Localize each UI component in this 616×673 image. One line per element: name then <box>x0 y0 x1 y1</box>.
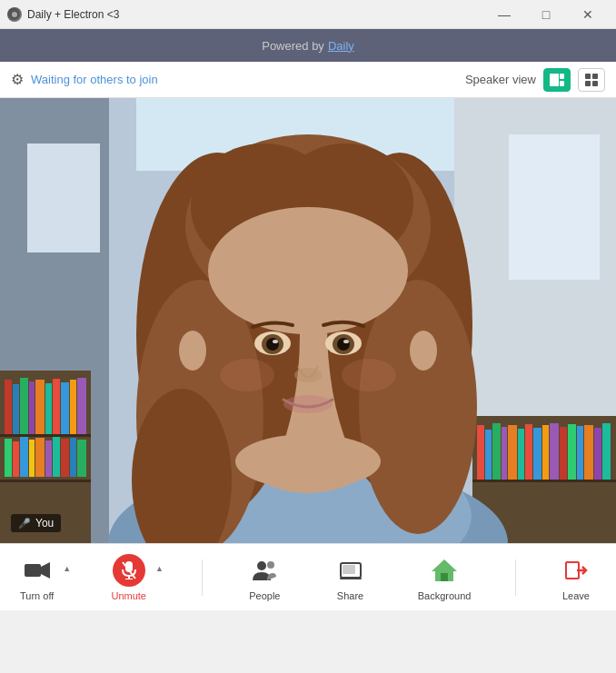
speaker-view-label: Speaker view <box>465 73 536 86</box>
svg-rect-23 <box>0 434 91 437</box>
window-title: Daily + Electron <3 <box>27 8 119 21</box>
svg-point-85 <box>235 434 381 489</box>
svg-rect-95 <box>343 565 355 574</box>
svg-rect-34 <box>77 440 86 477</box>
svg-rect-24 <box>0 480 91 482</box>
svg-rect-38 <box>509 134 600 280</box>
svg-rect-41 <box>485 430 492 480</box>
svg-point-92 <box>257 561 266 570</box>
svg-point-1 <box>12 12 17 17</box>
svg-rect-52 <box>577 426 583 480</box>
settings-icon[interactable]: ⚙ <box>11 71 24 88</box>
svg-rect-40 <box>477 425 484 480</box>
svg-rect-43 <box>502 427 507 480</box>
title-bar-left: Daily + Electron <3 <box>7 7 119 22</box>
svg-rect-48 <box>542 425 549 480</box>
svg-rect-56 <box>472 480 616 482</box>
people-icon <box>248 554 281 587</box>
background-icon <box>428 554 461 587</box>
svg-rect-19 <box>53 379 60 434</box>
camera-label: Turn off <box>20 590 54 601</box>
svg-rect-44 <box>508 425 517 480</box>
waiting-text-part2: for others to join <box>73 73 157 86</box>
svg-rect-90 <box>125 579 133 579</box>
daily-link[interactable]: Daily <box>328 39 354 53</box>
svg-rect-22 <box>77 378 86 434</box>
svg-rect-6 <box>592 74 598 79</box>
mic-dropdown-button[interactable]: ▲ <box>152 559 167 597</box>
header-bar: ⚙ Waiting for others to join Speaker vie… <box>0 62 616 98</box>
maximize-button[interactable]: □ <box>525 0 567 29</box>
unmute-button[interactable]: Unmute <box>105 549 152 607</box>
svg-rect-3 <box>560 74 564 79</box>
svg-rect-47 <box>533 428 541 480</box>
svg-rect-21 <box>70 380 76 434</box>
name-badge: 🎤 You <box>11 514 61 532</box>
separator-1 <box>202 559 203 596</box>
people-button[interactable]: People <box>237 549 292 607</box>
video-feed <box>0 98 616 543</box>
svg-rect-5 <box>585 74 591 79</box>
svg-rect-86 <box>25 564 41 577</box>
powered-by-text: Powered by <box>262 39 324 53</box>
mic-off-icon: 🎤 <box>18 518 31 529</box>
share-button[interactable]: Share <box>323 549 378 607</box>
svg-rect-25 <box>5 439 12 477</box>
waiting-text-part1: Waiting <box>31 73 73 86</box>
svg-rect-100 <box>566 562 579 579</box>
svg-rect-55 <box>602 423 611 480</box>
unmute-label: Unmute <box>111 590 146 601</box>
svg-rect-7 <box>585 81 591 86</box>
svg-rect-4 <box>560 81 564 86</box>
svg-point-83 <box>179 331 206 371</box>
svg-rect-31 <box>53 437 60 477</box>
svg-point-78 <box>343 340 349 343</box>
microphone-control: Unmute ▲ <box>105 549 166 607</box>
camera-control: Turn off ▲ <box>15 549 75 607</box>
svg-rect-15 <box>20 378 28 434</box>
video-area: 🎤 You <box>0 98 616 543</box>
separator-2 <box>515 559 516 596</box>
svg-rect-49 <box>550 423 559 480</box>
svg-point-66 <box>359 280 477 534</box>
svg-rect-50 <box>560 427 567 480</box>
svg-rect-46 <box>525 424 532 480</box>
minimize-button[interactable]: — <box>483 0 525 29</box>
svg-rect-27 <box>20 437 28 477</box>
svg-rect-20 <box>61 382 69 434</box>
camera-button[interactable]: Turn off <box>15 549 59 607</box>
svg-rect-51 <box>568 424 576 480</box>
svg-point-76 <box>337 338 350 351</box>
svg-rect-32 <box>61 439 69 477</box>
background-label: Background <box>418 590 472 601</box>
app-logo <box>7 7 22 22</box>
svg-rect-16 <box>29 381 35 434</box>
svg-marker-87 <box>41 562 50 579</box>
svg-rect-28 <box>29 440 35 477</box>
share-label: Share <box>337 590 363 601</box>
svg-rect-30 <box>45 440 52 477</box>
close-button[interactable]: ✕ <box>567 0 609 29</box>
camera-icon <box>21 554 54 587</box>
svg-point-84 <box>410 331 437 371</box>
mic-dropdown-icon: ▲ <box>155 564 164 573</box>
toolbar: Turn off ▲ Unmute ▲ <box>0 543 616 610</box>
camera-dropdown-button[interactable]: ▲ <box>59 559 75 597</box>
svg-rect-99 <box>441 573 448 581</box>
svg-point-81 <box>220 359 274 391</box>
svg-rect-33 <box>70 438 76 477</box>
window-controls: — □ ✕ <box>483 0 609 29</box>
share-icon <box>334 554 367 587</box>
header-right: Speaker view <box>465 68 605 92</box>
svg-rect-8 <box>592 81 598 86</box>
leave-label: Leave <box>562 590 590 601</box>
background-button[interactable]: Background <box>409 549 481 607</box>
svg-point-93 <box>267 561 274 569</box>
svg-point-79 <box>294 368 322 382</box>
svg-rect-45 <box>518 429 524 480</box>
svg-rect-42 <box>492 423 501 480</box>
svg-rect-13 <box>5 380 12 434</box>
grid-view-button[interactable] <box>578 68 605 92</box>
speaker-view-button[interactable] <box>543 68 571 92</box>
leave-button[interactable]: Leave <box>551 549 601 607</box>
